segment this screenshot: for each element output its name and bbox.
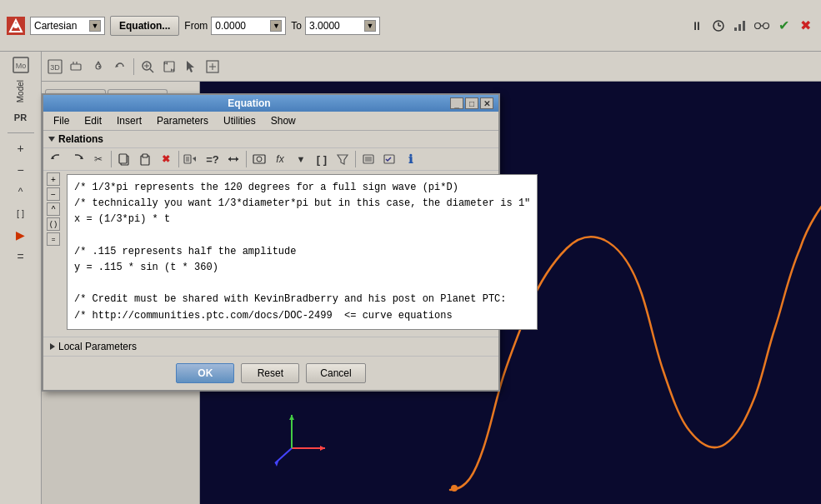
local-params-expand-icon[interactable] <box>50 343 55 350</box>
pause-icon[interactable]: ⏸ <box>688 17 706 35</box>
brackets-icon[interactable]: [ ] <box>312 150 332 168</box>
from-label: From <box>184 20 208 32</box>
caret-btn[interactable]: ^ <box>47 202 60 216</box>
cancel-button[interactable]: Cancel <box>306 363 365 383</box>
sidebar-bracket-icon[interactable]: [ ] <box>8 203 34 223</box>
coord-system-value: Cartesian <box>34 20 89 32</box>
svg-point-9 <box>755 22 761 28</box>
svg-rect-46 <box>119 154 127 163</box>
dialog-menubar: File Edit Insert Parameters Utilities Sh… <box>43 112 498 131</box>
sidebar-model-label: Model <box>16 77 25 106</box>
from-dropdown-arrow[interactable]: ▼ <box>270 20 282 32</box>
rotate-icon[interactable] <box>110 57 130 76</box>
svg-rect-16 <box>71 64 81 70</box>
function-icon[interactable]: fx <box>270 150 290 168</box>
top-toolbar: Cartesian ▼ Equation... From 0.0000 ▼ To… <box>0 0 821 52</box>
filter-icon[interactable] <box>333 150 353 168</box>
label-icon[interactable] <box>67 57 87 76</box>
cancel-icon[interactable]: ✖ <box>796 17 814 35</box>
arrows-icon[interactable] <box>223 150 243 168</box>
switch-icon[interactable] <box>182 150 202 168</box>
zoom-icon[interactable] <box>138 57 158 76</box>
svg-text:Mo: Mo <box>15 62 26 70</box>
undo-icon[interactable] <box>47 150 67 168</box>
equation-button[interactable]: Equation... <box>110 16 179 36</box>
dtb-sep-3 <box>246 151 247 167</box>
dtb-sep-2 <box>178 151 179 167</box>
coord-dropdown-arrow[interactable]: ▼ <box>89 20 101 32</box>
fit-icon[interactable] <box>159 57 179 76</box>
copy-icon[interactable] <box>114 150 134 168</box>
reset-button[interactable]: Reset <box>241 363 299 383</box>
svg-point-2 <box>13 23 18 28</box>
from-input[interactable]: 0.0000 ▼ <box>211 17 286 35</box>
dialog-controls: _ □ ✕ <box>450 97 493 109</box>
menu-parameters[interactable]: Parameters <box>150 113 215 128</box>
glasses-icon[interactable] <box>753 17 771 35</box>
menu-edit[interactable]: Edit <box>78 113 108 128</box>
equation-editor[interactable]: /* 1/3*pi represents the 120 degrees for… <box>67 174 538 330</box>
svg-rect-7 <box>738 24 741 31</box>
svg-rect-8 <box>743 21 745 31</box>
svg-marker-59 <box>338 155 348 164</box>
coordinate-system-dropdown[interactable]: Cartesian ▼ <box>30 17 105 35</box>
svg-point-42 <box>451 485 458 492</box>
svg-text:3D: 3D <box>50 63 60 72</box>
to-dropdown-arrow[interactable]: ▼ <box>364 20 376 32</box>
select-icon[interactable] <box>181 57 201 76</box>
delete-icon[interactable]: ✖ <box>156 150 176 168</box>
plus-btn[interactable]: + <box>47 172 60 186</box>
graph-icon[interactable] <box>731 17 749 35</box>
check-list-icon[interactable] <box>379 150 399 168</box>
minus-btn[interactable]: − <box>47 187 60 201</box>
svg-marker-53 <box>193 157 196 162</box>
dialog-footer: OK Reset Cancel <box>43 356 498 390</box>
list-icon[interactable] <box>358 150 378 168</box>
svg-rect-6 <box>734 27 737 31</box>
menu-show[interactable]: Show <box>264 113 303 128</box>
clock-icon[interactable] <box>709 17 728 35</box>
svg-marker-56 <box>236 157 238 162</box>
more-icon[interactable]: ▼ <box>291 150 311 168</box>
svg-marker-29 <box>187 61 194 72</box>
local-params-header: Local Parameters <box>43 337 498 356</box>
sidebar-minus-icon[interactable]: − <box>8 160 34 180</box>
sidebar-plus-icon[interactable]: + <box>8 138 34 158</box>
info-icon[interactable]: ℹ <box>400 150 420 168</box>
confirm-icon[interactable]: ✔ <box>774 17 793 35</box>
move-icon[interactable] <box>88 57 108 76</box>
to-input[interactable]: 3.0000 ▼ <box>305 17 380 35</box>
menu-utilities[interactable]: Utilities <box>217 113 263 128</box>
dialog-restore-btn[interactable]: □ <box>465 97 478 109</box>
dialog-close-btn[interactable]: ✕ <box>480 97 493 109</box>
menu-file[interactable]: File <box>47 113 76 128</box>
sidebar-caret-icon[interactable]: ^ <box>8 182 34 202</box>
menu-insert[interactable]: Insert <box>110 113 148 128</box>
relations-collapse-icon[interactable] <box>48 137 55 142</box>
to-label: To <box>291 20 302 32</box>
parens-btn[interactable]: ( ) <box>47 217 60 231</box>
equals-icon[interactable]: =? <box>203 150 223 168</box>
sidebar-model-icon[interactable]: Mo <box>8 55 34 75</box>
equals-btn[interactable]: = <box>47 232 60 246</box>
ok-button[interactable]: OK <box>176 363 234 383</box>
from-value: 0.0000 <box>215 20 270 32</box>
relations-label: Relations <box>58 133 103 145</box>
editor-side-controls: + − ^ ( ) = <box>47 171 60 333</box>
sidebar-arrow-right-icon[interactable]: ▶ <box>8 225 34 245</box>
dialog-minimize-btn[interactable]: _ <box>450 97 463 109</box>
dialog-titlebar: Equation _ □ ✕ <box>43 95 498 112</box>
scissors-icon[interactable]: ✂ <box>88 150 108 168</box>
view-3d-icon[interactable]: 3D <box>45 57 65 76</box>
photo-icon[interactable] <box>249 150 269 168</box>
sidebar-pr-icon[interactable]: PR <box>8 107 34 127</box>
svg-point-58 <box>257 157 262 162</box>
editor-wrapper: + − ^ ( ) = /* 1/3*pi represents the 120… <box>43 171 498 337</box>
sketch-icon[interactable] <box>203 57 223 76</box>
sidebar-equals-icon[interactable]: = <box>8 247 34 267</box>
svg-point-10 <box>763 22 769 28</box>
redo-icon[interactable] <box>68 150 88 168</box>
toolbar-separator-1 <box>133 58 134 75</box>
dtb-sep-4 <box>355 151 356 167</box>
paste-icon[interactable] <box>135 150 155 168</box>
